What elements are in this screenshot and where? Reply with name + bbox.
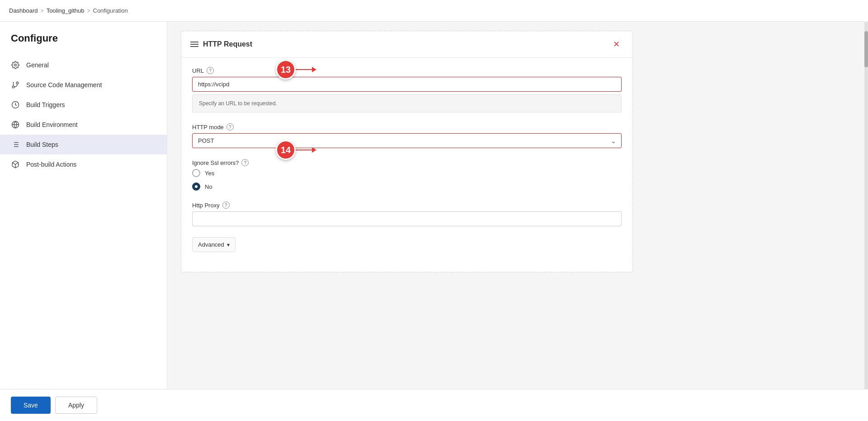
chevron-down-icon: ▾ [227, 242, 230, 248]
ignore-ssl-no-radio[interactable] [192, 182, 200, 191]
breadcrumb-configuration: Configuration [93, 7, 128, 14]
ignore-ssl-label: Ignore Ssl errors? ? [192, 159, 622, 166]
ignore-ssl-radio-group: Yes No [192, 169, 622, 191]
url-label: URL ? [192, 67, 622, 74]
http-proxy-help-icon[interactable]: ? [222, 201, 230, 209]
sidebar-environment-label: Build Environment [26, 121, 78, 128]
menu-icon[interactable] [190, 42, 198, 47]
ignore-ssl-no-label: No [205, 183, 212, 190]
close-button[interactable]: ✕ [609, 38, 623, 50]
sidebar-item-build-triggers[interactable]: Build Triggers [0, 95, 167, 115]
ignore-ssl-yes-option[interactable]: Yes [192, 169, 622, 177]
sidebar-item-post-build[interactable]: Post-build Actions [0, 154, 167, 174]
sidebar-post-build-label: Post-build Actions [26, 161, 76, 168]
branch-icon [11, 80, 20, 89]
sidebar-item-build-environment[interactable]: Build Environment [0, 115, 167, 135]
annotation-14: 14 [276, 147, 316, 153]
ignore-ssl-no-option[interactable]: No [192, 182, 622, 191]
badge-14: 14 [276, 140, 296, 160]
ignore-ssl-help-icon[interactable]: ? [241, 159, 249, 166]
scrollbar-thumb[interactable] [864, 31, 868, 67]
box-icon [11, 160, 20, 169]
footer-buttons: Save Apply [0, 389, 868, 421]
svg-point-2 [16, 82, 19, 84]
http-proxy-label: Http Proxy ? [192, 201, 622, 209]
advanced-label: Advanced [198, 241, 224, 248]
list-icon [11, 140, 20, 149]
advanced-toggle-button[interactable]: Advanced ▾ [192, 237, 236, 252]
sidebar-title: Configure [0, 33, 167, 55]
ignore-ssl-yes-label: Yes [205, 170, 214, 177]
advanced-section: Advanced ▾ [192, 237, 622, 252]
sidebar-build-steps-label: Build Steps [26, 141, 58, 148]
breadcrumb-dashboard[interactable]: Dashboard [9, 7, 38, 14]
http-mode-select-wrapper: GET POST PUT DELETE PATCH HEAD ⌄ [192, 133, 622, 148]
breadcrumb-sep-2: > [87, 8, 90, 14]
sidebar-source-label: Source Code Management [26, 81, 102, 89]
svg-point-3 [12, 86, 14, 88]
annotation-13: 13 [276, 67, 316, 72]
sidebar: Configure General Source Code M [0, 22, 167, 421]
globe-icon [11, 120, 20, 129]
url-field-group: URL ? Specify an URL to be requested. [192, 67, 622, 112]
http-mode-select[interactable]: GET POST PUT DELETE PATCH HEAD [192, 133, 622, 148]
url-input[interactable] [192, 77, 622, 92]
dialog-title: HTTP Request [203, 40, 252, 48]
http-mode-help-icon[interactable]: ? [226, 123, 234, 131]
sidebar-item-general[interactable]: General [0, 55, 167, 75]
scrollbar[interactable] [864, 22, 868, 421]
dialog-header: HTTP Request ✕ [181, 31, 632, 58]
sidebar-general-label: General [26, 61, 49, 69]
url-hint: Specify an URL to be requested. [192, 94, 622, 112]
content-area: 13 14 HTTP Request ✕ [167, 22, 868, 421]
http-mode-label: HTTP mode ? [192, 123, 622, 131]
gear-icon [11, 61, 20, 70]
breadcrumb-tooling[interactable]: Tooling_github [47, 7, 85, 14]
sidebar-item-build-steps[interactable]: Build Steps [0, 135, 167, 154]
apply-button[interactable]: Apply [55, 397, 97, 414]
save-button[interactable]: Save [11, 397, 51, 414]
ignore-ssl-yes-radio[interactable] [192, 169, 200, 177]
http-proxy-field-group: Http Proxy ? [192, 201, 622, 226]
breadcrumb-sep-1: > [41, 8, 44, 14]
dialog-title-area: HTTP Request [190, 40, 252, 48]
badge-13: 13 [276, 60, 296, 80]
breadcrumb: Dashboard > Tooling_github > Configurati… [0, 0, 868, 22]
sidebar-triggers-label: Build Triggers [26, 101, 65, 108]
url-help-icon[interactable]: ? [207, 67, 214, 74]
ignore-ssl-field-group: Ignore Ssl errors? ? Yes No [192, 159, 622, 191]
svg-point-0 [14, 64, 17, 66]
dialog-body: URL ? Specify an URL to be requested. HT… [181, 58, 632, 272]
http-mode-field-group: HTTP mode ? GET POST PUT DELETE PATCH HE… [192, 123, 622, 148]
sidebar-item-source-code[interactable]: Source Code Management [0, 75, 167, 95]
http-request-dialog: HTTP Request ✕ URL ? Specify an URL to b… [181, 31, 633, 272]
http-proxy-input[interactable] [192, 211, 622, 226]
clock-icon [11, 100, 20, 109]
